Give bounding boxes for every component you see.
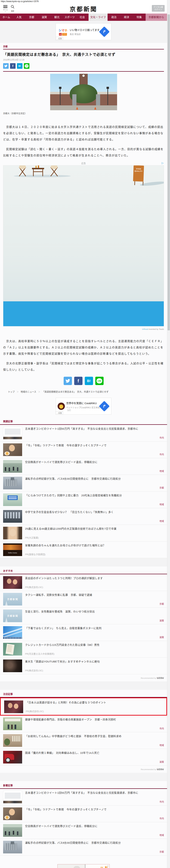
thumbnail-tweet [3, 791, 22, 803]
thumbnail-storefront [3, 717, 22, 730]
uzou-logo[interactable]: UZOU [157, 677, 164, 679]
region-tag: 地域 [160, 743, 164, 747]
pr-label: PR(株式会社LSC) [25, 585, 43, 589]
stepper-icon[interactable]: ▲▼ [67, 409, 71, 411]
list-item[interactable]: 国道「魔の片側１車線」 対向車線はみ出し、10年で14人死亡 滋賀 [0, 749, 167, 766]
thumbnail-latte-art [3, 443, 22, 456]
latest-section: 新着記事 吉本漫才コンビのツイート1回50万円「高すぎる」 不当な公金支出と住民… [0, 781, 167, 856]
list-item[interactable]: 「お前何してんねん」中学教諭がどう喝と提訴 不登校の男子生徒、慰謝料求め 地域 [0, 732, 167, 749]
list-item[interactable]: 京都新聞 タクシー運転手、泥酔女性客に乱暴 京都、容疑で逮捕 京都 [0, 591, 167, 608]
ad-choices-chip[interactable]: ⌄広告 [56, 411, 63, 414]
cooriku-logo [57, 403, 65, 410]
inline-video-ad[interactable]: OVER QUALITY [3, 165, 164, 327]
list-item[interactable]: 吉本漫才コンビのツイート1回50万円「高すぎる」 不当な公金支出と住民監査請求、… [0, 789, 167, 806]
list-item-pr[interactable]: クレジットカードから115万円返金された影山安春（68）男性 PR(司法書士法人… [0, 641, 167, 658]
list-item[interactable]: 空自隊員がオートバイで酒気帯びスピード違反、停職処分に 地域 [0, 822, 167, 839]
region-tag: 地域 [160, 519, 164, 523]
browser-url: https://www.kyoto-np.co.jp/articles/-/15… [0, 0, 167, 3]
facebook-share-button[interactable]: f [74, 377, 83, 385]
facebook-share-button[interactable]: f [10, 63, 15, 69]
traffic-cone [94, 107, 96, 110]
ad-choices-chip[interactable]: ⌄広告 [56, 37, 63, 40]
teads-credit: inRead invented by Teads [3, 328, 164, 330]
nav-item-from-kyoto-np[interactable]: 京都新聞から [145, 13, 167, 21]
nav-item-economy[interactable]: 経済 [120, 13, 133, 21]
ad-arrow-icon[interactable]: ↱ [99, 401, 110, 411]
breadcrumb: トップ ＞ 地域のニュース ＞ 「英語民間検定はまだ懸念ある」 京大、共通テスト… [3, 390, 164, 393]
thumbnail-car-crash [3, 751, 22, 764]
section-heading: 関連記事 [0, 420, 167, 423]
uzou-logo[interactable]: UZOU [157, 768, 164, 771]
list-item[interactable]: 運転手の点呼記録が欠落、バス8台30日間使用停止に 京都市交通局に行政処分 京都 [0, 475, 167, 492]
scrollbar-track[interactable] [167, 0, 170, 868]
nav-item-home[interactable]: ホーム [0, 13, 13, 21]
uzou-credit: Recommended byUZOU [0, 766, 167, 773]
list-item[interactable]: 京都新聞 生徒と淫行、女性教諭を懲戒免 滋賀、わいせつ処分突出 滋賀 [0, 608, 167, 624]
line-share-button[interactable]: LINE [24, 63, 30, 69]
ad-advertiser: 島忠 草加店 [70, 33, 100, 36]
manga-ad[interactable]: ⓘ えっ 私のコンプレックス… 好きな男性の前で サラシが取れました [57, 864, 110, 868]
list-item[interactable]: 「下着ではなくズボン」 ちら見え、自衛官募集ポスターに批判 滋賀 [0, 624, 167, 641]
pr-label: PR(株式会社LSC) [26, 710, 44, 713]
list-item-pr[interactable]: 英会話のポイントはたった３つと判明！プロの通訳が解説します PR(株式会社LSC… [0, 574, 167, 591]
breadcrumb-section[interactable]: 地域のニュース [20, 391, 36, 393]
nav-item-politics[interactable]: 政治 [108, 13, 120, 21]
thumbnail-baby [3, 659, 22, 672]
nav-item-shiga[interactable]: 滋賀 [38, 13, 51, 21]
list-item[interactable]: 空自隊員がオートバイで酒気帯びスピード違反、停職処分に 地域 [0, 458, 167, 475]
list-item-pr[interactable]: 東大生「英語はYOUTUBEで充分」おすすめチャンネルに絶句 PR(株式会社LS… [0, 658, 167, 674]
hatena-share-button[interactable]: B! [85, 377, 93, 385]
breadcrumb-current: 「英語民間検定はまだ懸念ある」 京大、共通テストで必須とせず [42, 391, 109, 393]
ad-headline: 世界中を笑顔に Coo&RIKU [66, 401, 100, 405]
list-item[interactable]: 吉本漫才コンビのツイート1回50万円「高すぎる」 不当な公金支出と住民監査請求、… [0, 425, 167, 441]
pr-label: PR(株式会社LSC) [25, 669, 43, 672]
nav-item-culture-life[interactable]: 文化・ライフ [89, 13, 108, 21]
teads-play-icon[interactable]: ▷ [162, 161, 164, 164]
line-share-button[interactable]: LINE [95, 377, 103, 385]
thumbnail-blue-sign [3, 493, 22, 506]
region-tag: 京都 [160, 486, 164, 489]
hatena-share-button[interactable]: B! [17, 63, 23, 69]
twitter-share-button[interactable] [63, 377, 72, 385]
region-tag: 市内 [160, 817, 164, 820]
site-logo[interactable]: 京都新聞 [0, 4, 167, 13]
nav-item-society[interactable]: 社会 [76, 13, 89, 21]
nav-item-kyoto[interactable]: 京都 [25, 13, 38, 21]
recommended-section: おすすめ 英会話のポイントはたった３つと判明！プロの通訳が解説します PR(株式… [0, 566, 167, 681]
nav-item-popular[interactable]: 人気 [13, 13, 25, 21]
list-item[interactable]: 「令」「令和」ラテアートで表現 今年の漢字さっそくカプチーノで 市内 [0, 441, 167, 458]
nav-item-sports[interactable]: スポーツ [63, 13, 76, 21]
mid-ad[interactable]: 世界中を笑顔に Coo&RIKU ペットショップCoo&RIKU 足立本店▲▼ … [56, 398, 111, 414]
section-heading: 新着記事 [0, 783, 167, 787]
list-item-pr-highlighted[interactable]: 「日本人は英語が話せる」と判明！その為に必要な３つのポイント PR(株式会社LS… [0, 698, 167, 716]
main-nav: ホーム 人気 京都 滋賀 観光 スポーツ 社会 文化・ライフ 政治 経済 特集 … [0, 13, 167, 21]
inread-link[interactable]: inRead [142, 328, 148, 330]
region-tag: 滋賀 [160, 619, 164, 622]
top-ad[interactable]: シマホ 島忠 HOME'S いい物イロイロ揃ってます 島忠 草加店 ↱ ⌄広告 [56, 23, 111, 40]
thumbnail-kyoto-np-logo: 京都新聞 [3, 593, 22, 606]
region-tag: 地域 [160, 469, 164, 472]
list-item[interactable]: 「にらみつけてきたので」同期や上官に暴力 20代海上自衛官候補生を免職処分 地域 [0, 492, 167, 508]
thumbnail-school [3, 734, 22, 747]
nav-item-tourism[interactable]: 観光 [51, 13, 63, 21]
list-item[interactable]: 中学で女子の生徒会長なぜ少ない？ 「目立ちたくない」「失敗怖い」多く 地域 [0, 508, 167, 525]
category-label[interactable]: 京都 [3, 44, 164, 48]
twitter-share-button[interactable] [3, 63, 9, 69]
divider [3, 71, 164, 72]
list-item[interactable]: 健康や環境配慮の専門店、京阪の複合商業施設オープン 京都・四条河原町 市内 [0, 716, 167, 732]
thumbnail-notebook [3, 643, 22, 655]
list-item[interactable]: 「令」「令和」ラテアートで表現 今年の漢字さっそくカプチーノで 市内 [0, 806, 167, 822]
scrollbar-thumb[interactable] [168, 14, 170, 330]
digital-login-button[interactable]: デジタル版 ログイン [152, 5, 165, 12]
featured-section: 注目記事 「日本人は英語が話せる」と判明！その為に必要な３つのポイント PR(株… [0, 690, 167, 773]
shimaho-logo: シマホ 島忠 HOME'S [57, 28, 68, 36]
section-heading: 注目記事 [0, 692, 167, 695]
list-item-pr[interactable]: 25歳に見える44歳主婦は1200円の大正製薬の技術でおばさん顔を7日で卒業 P… [0, 525, 167, 541]
ad-arrow-icon[interactable]: ↱ [99, 26, 110, 37]
info-icon[interactable]: ⓘ [107, 865, 109, 868]
list-item[interactable]: 運転手の点呼記録が欠落、バス8台30日間使用停止に 京都市交通局に行政処分 京都 [0, 839, 167, 856]
list-item-pr[interactable]: Endless Journey 栄養失調の赤ちゃんを連れたお母さんが命がけで逃げ… [0, 541, 167, 558]
breadcrumb-home[interactable]: トップ [8, 391, 15, 393]
region-tag: 地域 [160, 833, 164, 837]
nav-item-special[interactable]: 特集 [133, 13, 145, 21]
